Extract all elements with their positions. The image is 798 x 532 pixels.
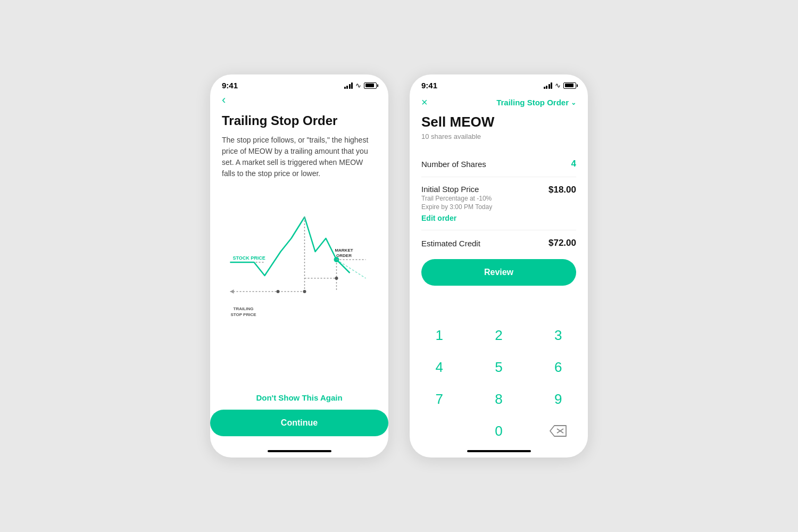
status-time-1: 9:41: [222, 81, 238, 90]
numpad-2[interactable]: 2: [469, 319, 529, 351]
stop-price-header: Initial Stop Price Trail Percentage at -…: [421, 185, 576, 211]
numpad-7[interactable]: 7: [410, 383, 469, 415]
stop-price-block: Initial Stop Price Trail Percentage at -…: [421, 177, 576, 230]
phone1-footer: Don't Show This Again Continue: [210, 385, 388, 447]
edit-order-link[interactable]: Edit order: [421, 214, 576, 222]
status-bar-2: 9:41 ∿: [410, 74, 588, 93]
stop-price-left: Initial Stop Price Trail Percentage at -…: [421, 185, 492, 211]
svg-line-9: [337, 260, 366, 278]
order-type-label: Trailing Stop Order: [496, 98, 569, 107]
status-icons-1: ∿: [344, 81, 377, 89]
shares-available: 10 shares available: [421, 132, 576, 140]
shares-row: Number of Shares 4: [421, 151, 576, 177]
sell-title: Sell MEOW: [421, 114, 576, 130]
trail-info: Trail Percentage at -10%: [421, 195, 492, 202]
numpad-1[interactable]: 1: [410, 319, 469, 351]
battery-icon-2: [563, 82, 576, 89]
numpad-6[interactable]: 6: [528, 351, 588, 383]
chart-svg: STOCK PRICE MARKET ORDER TRAILING STOP P…: [219, 188, 379, 326]
signal-icon-1: [344, 82, 353, 89]
phone1-content: ‹ Trailing Stop Order The stop price fol…: [210, 93, 388, 385]
back-button[interactable]: ‹: [222, 93, 377, 107]
signal-icon-2: [544, 82, 553, 89]
numpad-3[interactable]: 3: [528, 319, 588, 351]
numpad-empty: [410, 415, 469, 447]
shares-value: 4: [571, 159, 576, 169]
chevron-down-icon: ⌄: [571, 99, 576, 106]
screen-description: The stop price follows, or "trails," the…: [222, 135, 377, 179]
numpad-delete[interactable]: [528, 415, 588, 447]
page-wrapper: 9:41 ∿ ‹ Trailing Stop Order The stop pr…: [0, 0, 798, 532]
svg-point-12: [303, 290, 306, 293]
delete-icon: [550, 425, 567, 437]
continue-button[interactable]: Continue: [210, 410, 388, 436]
battery-icon-1: [364, 82, 377, 89]
expire-info: Expire by 3:00 PM Today: [421, 203, 492, 211]
stop-price-value: $18.00: [548, 185, 576, 195]
close-button[interactable]: ×: [421, 96, 428, 109]
svg-marker-1: [230, 289, 234, 294]
stop-price-title: Initial Stop Price: [421, 185, 492, 194]
numpad-0[interactable]: 0: [469, 415, 529, 447]
numpad-8[interactable]: 8: [469, 383, 529, 415]
chart-container: STOCK PRICE MARKET ORDER TRAILING STOP P…: [219, 188, 379, 385]
market-order-label: MARKET: [335, 248, 353, 253]
shares-label: Number of Shares: [421, 160, 486, 169]
phone-order: 9:41 ∿ × Trailing Stop Order ⌄ Sell MEOW: [410, 74, 588, 458]
status-time-2: 9:41: [421, 81, 437, 90]
wifi-icon-2: ∿: [555, 81, 561, 89]
status-icons-2: ∿: [544, 81, 577, 89]
trailing-stop-label2: STOP PRICE: [230, 312, 256, 317]
order-type-selector[interactable]: Trailing Stop Order ⌄: [496, 98, 576, 107]
market-order-label2: ORDER: [336, 253, 352, 258]
estimated-value: $72.00: [548, 238, 576, 248]
numpad-9[interactable]: 9: [528, 383, 588, 415]
home-indicator-2: [467, 450, 531, 452]
status-bar-1: 9:41 ∿: [210, 74, 388, 93]
wifi-icon-1: ∿: [355, 81, 361, 89]
home-indicator-1: [268, 450, 331, 452]
dont-show-link[interactable]: Don't Show This Again: [256, 393, 342, 402]
stock-price-label: STOCK PRICE: [233, 255, 265, 261]
review-button[interactable]: Review: [421, 259, 576, 286]
estimated-row: Estimated Credit $72.00: [421, 230, 576, 256]
screen-title: Trailing Stop Order: [222, 113, 377, 128]
svg-point-13: [335, 277, 338, 280]
phone2-content: Sell MEOW 10 shares available Number of …: [410, 114, 588, 319]
numpad-5[interactable]: 5: [469, 351, 529, 383]
trailing-stop-label: TRAILING: [234, 306, 254, 311]
svg-point-11: [277, 290, 280, 293]
delete-icon-svg: [550, 425, 567, 437]
numpad: 1 2 3 4 5 6 7 8 9 0: [410, 319, 588, 447]
estimated-label: Estimated Credit: [421, 239, 480, 248]
numpad-4[interactable]: 4: [410, 351, 469, 383]
phone-info: 9:41 ∿ ‹ Trailing Stop Order The stop pr…: [210, 74, 388, 458]
phone2-header: × Trailing Stop Order ⌄: [410, 93, 588, 114]
